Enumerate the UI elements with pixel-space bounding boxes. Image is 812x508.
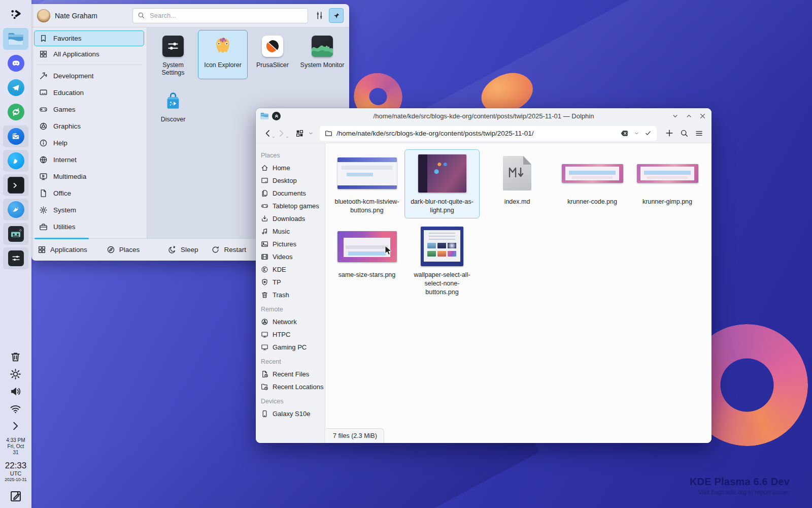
file-item[interactable]: krunner-gimp.png: [630, 149, 705, 218]
sidebar-item-favorites[interactable]: Favorites: [34, 30, 144, 46]
places-item-recent-locations[interactable]: Recent Locations: [261, 380, 325, 393]
folder-view[interactable]: bluetooth-kcm-listview-buttons.pngdark-b…: [325, 143, 712, 443]
app-item-discover[interactable]: Discover: [148, 84, 198, 134]
app-item-prusaslicer[interactable]: PrusaSlicer: [248, 30, 297, 79]
forward-button[interactable]: [277, 129, 286, 138]
places-item-desktop[interactable]: Desktop: [261, 174, 325, 187]
panel-app-system-settings[interactable]: [3, 247, 28, 269]
sidebar-item-graphics[interactable]: Graphics: [34, 118, 144, 135]
sidebar-item-utilities[interactable]: Utilities: [34, 218, 144, 235]
places-item-downloads[interactable]: Downloads: [261, 212, 325, 225]
location-bar[interactable]: /home/nate/kde/src/blogs-kde-org/content…: [320, 126, 657, 141]
confirm-icon[interactable]: [645, 130, 652, 137]
icon-view-button[interactable]: [295, 129, 304, 138]
location-dropdown-icon[interactable]: [634, 131, 639, 136]
file-item[interactable]: index.md: [480, 149, 555, 218]
location-path[interactable]: /home/nate/kde/src/blogs-kde-org/content…: [336, 130, 616, 137]
places-item-tp[interactable]: TP: [261, 276, 325, 289]
clear-location-icon[interactable]: [620, 129, 629, 138]
panel-app-thunderbird[interactable]: [3, 125, 28, 147]
folder-icon: [325, 130, 332, 137]
sidebar-item-games[interactable]: Games: [34, 101, 144, 118]
places-item-videos[interactable]: Videos: [261, 250, 325, 263]
search-input[interactable]: [149, 11, 303, 20]
configure-icon[interactable]: [315, 11, 324, 20]
search-field[interactable]: [132, 8, 308, 23]
app-item-system-monitor[interactable]: System Monitor: [297, 30, 347, 79]
places-item-kde[interactable]: KDE: [261, 263, 325, 276]
places-item-trash[interactable]: Trash: [261, 289, 325, 301]
tab-applications[interactable]: Applications: [38, 245, 87, 254]
search-button[interactable]: [680, 129, 689, 138]
sidebar-item-all-applications[interactable]: All Applications: [34, 46, 144, 62]
file-name: bluetooth-kcm-listview-buttons.png: [333, 198, 400, 215]
maximize-button[interactable]: [685, 112, 693, 120]
sidebar-item-education[interactable]: Education: [34, 84, 144, 101]
places-item-htpc[interactable]: HTPC: [261, 328, 325, 341]
close-button[interactable]: [699, 112, 706, 120]
volume-icon[interactable]: [10, 386, 21, 397]
file-item[interactable]: bluetooth-kcm-listview-buttons.png: [329, 149, 404, 218]
restart-button[interactable]: Restart: [211, 245, 246, 254]
keep-above-icon[interactable]: [272, 112, 281, 120]
places-item-documents[interactable]: Documents: [261, 187, 325, 200]
file-item[interactable]: wallpaper-select-all-select-none-buttons…: [404, 223, 480, 300]
split-add-button[interactable]: [665, 129, 674, 138]
panel-app-librewolf[interactable]: [3, 150, 28, 172]
sidebar-item-system[interactable]: System: [34, 202, 144, 218]
brightness-icon[interactable]: [10, 368, 21, 380]
places-item-recent-files[interactable]: Recent Files: [261, 368, 325, 380]
panel-app-kasts[interactable]: [3, 223, 28, 245]
panel-app-dolphin[interactable]: [3, 28, 28, 50]
places-item-pictures[interactable]: Pictures: [261, 238, 325, 250]
sleep-button[interactable]: Sleep: [168, 245, 198, 254]
places-item-label: Trash: [273, 291, 289, 299]
titlebar[interactable]: /home/nate/kde/src/blogs-kde-org/content…: [256, 108, 712, 123]
places-item-label: Tabletop games: [273, 202, 319, 210]
back-button[interactable]: [263, 129, 273, 138]
sticky-note-icon[interactable]: [9, 490, 22, 503]
expand-icon[interactable]: [10, 420, 21, 432]
sidebar-item-development[interactable]: Development: [34, 68, 144, 84]
file-name: krunner-gimp.png: [642, 198, 692, 206]
file-item[interactable]: dark-blur-not-quite-as-light.png: [404, 149, 480, 218]
places-item-gaming-pc[interactable]: Gaming PC: [261, 341, 325, 354]
file-item[interactable]: krunner-code.png: [555, 149, 630, 218]
panel-app-konsole[interactable]: [3, 174, 28, 196]
trash-icon[interactable]: [10, 351, 21, 363]
shield-icon: [261, 278, 268, 286]
panel-app-kickoff[interactable]: [3, 4, 28, 25]
panel-app-telegram[interactable]: [3, 77, 28, 99]
app-item-icon-explorer[interactable]: Icon Explorer: [198, 30, 248, 79]
minimize-button[interactable]: [671, 112, 679, 120]
dolphin-icon: [8, 32, 24, 46]
places-item-music[interactable]: Music: [261, 225, 325, 238]
panel-app-discord[interactable]: [3, 52, 28, 74]
file-item[interactable]: same-size-stars.png: [329, 223, 404, 300]
pin-button[interactable]: [329, 8, 344, 23]
places-item-network[interactable]: Network: [261, 315, 325, 328]
file-thumbnail: [337, 152, 397, 194]
network-icon[interactable]: [10, 403, 21, 415]
avatar[interactable]: [37, 9, 50, 22]
sidebar-item-label: Help: [53, 139, 67, 147]
sidebar-item-multimedia[interactable]: Multimedia: [34, 168, 144, 185]
panel-app-falkon[interactable]: [3, 199, 28, 220]
home-icon: [261, 164, 268, 172]
utc-clock[interactable]: 22:33 UTC 2025-10-31: [5, 461, 26, 482]
sidebar-item-office[interactable]: Office: [34, 185, 144, 202]
menu-button[interactable]: [695, 129, 703, 138]
view-chooser-chevron-icon[interactable]: [308, 131, 314, 136]
tab-places[interactable]: Places: [107, 245, 140, 254]
places-item-home[interactable]: Home: [261, 162, 325, 174]
tray-icons: [10, 351, 21, 432]
places-item-galaxy-s10e[interactable]: Galaxy S10e: [261, 407, 325, 420]
sidebar-item-help[interactable]: Help: [34, 135, 144, 151]
panel-app-sync-green[interactable]: [3, 101, 28, 123]
local-clock[interactable]: 4:33 PM Fri, Oct 31: [6, 437, 25, 456]
sidebar-item-internet[interactable]: Internet: [34, 151, 144, 168]
folder-clock-icon: [261, 383, 268, 391]
places-item-label: Videos: [273, 253, 293, 261]
app-item-system-settings[interactable]: System Settings: [148, 30, 198, 79]
places-item-tabletop-games[interactable]: Tabletop games: [261, 200, 325, 212]
